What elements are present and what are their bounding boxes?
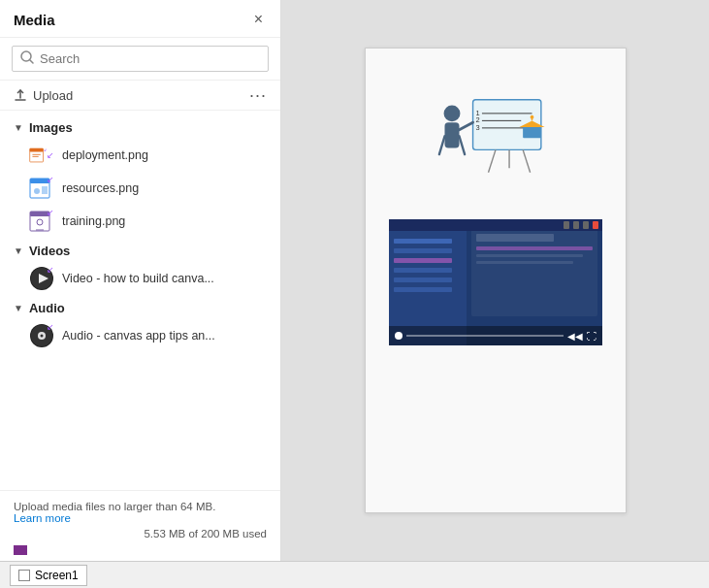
panel-header: Media ×: [0, 0, 280, 38]
footer-notice: Upload media files no larger than 64 MB.…: [14, 501, 267, 524]
section-label-images: Images: [29, 120, 73, 135]
svg-line-40: [459, 122, 472, 130]
svg-line-42: [459, 136, 465, 154]
section-label-videos: Videos: [29, 244, 70, 258]
svg-text:3: 3: [475, 123, 479, 132]
bottom-bar: Screen1: [0, 561, 709, 588]
search-input-wrap: [12, 46, 269, 72]
svg-rect-47: [394, 258, 452, 263]
storage-info: 5.53 MB of 200 MB used: [14, 528, 267, 539]
section-header-audio[interactable]: ▼ Audio: [0, 295, 280, 319]
deployment-image-icon: ↙: [29, 143, 47, 168]
chevron-icon-videos: ▼: [14, 245, 23, 256]
item-thumb-video: ↙: [29, 266, 54, 291]
chevron-icon-audio: ▼: [14, 303, 23, 313]
upload-button[interactable]: Upload: [14, 88, 73, 103]
item-thumb-deployment: ↙ ↙: [29, 143, 54, 168]
screen-tab-label: Screen1: [35, 569, 79, 582]
rewind-icon[interactable]: ◀◀: [567, 331, 583, 342]
upload-label: Upload: [33, 88, 73, 103]
svg-line-41: [438, 136, 444, 154]
canvas-area: 1 2 3: [281, 0, 709, 561]
drag-indicator: ↙: [47, 209, 54, 217]
list-item[interactable]: ↙ ↙ deployment.png: [0, 139, 280, 172]
svg-rect-58: [573, 221, 579, 229]
canvas-frame: 1 2 3: [365, 48, 627, 513]
drag-indicator: ↙: [47, 176, 54, 184]
item-thumb-training: ↙: [29, 209, 54, 234]
more-options-button[interactable]: ···: [249, 86, 267, 104]
svg-rect-60: [593, 221, 598, 229]
svg-rect-45: [394, 239, 452, 244]
section-label-audio: Audio: [29, 301, 65, 315]
svg-rect-5: [30, 148, 44, 151]
svg-rect-49: [394, 278, 452, 282]
svg-line-31: [488, 149, 496, 172]
svg-rect-50: [394, 287, 452, 292]
video-controls: ◀◀ ⛶: [389, 326, 602, 345]
svg-line-32: [523, 149, 531, 172]
screen-tab[interactable]: Screen1: [10, 565, 87, 586]
item-thumb-audio: ↙: [29, 323, 54, 348]
list-item[interactable]: ↙ training.png: [0, 205, 280, 238]
purple-bar: [14, 545, 27, 555]
list-item[interactable]: ↙ Video - how to build canva...: [0, 262, 280, 295]
drag-indicator: ↙: [47, 151, 54, 160]
item-name-audio: Audio - canvas app tips an...: [62, 329, 215, 343]
close-button[interactable]: ×: [250, 10, 267, 29]
list-item[interactable]: ↙ Audio - canvas app tips an...: [0, 319, 280, 352]
item-name-training: training.png: [62, 214, 125, 228]
svg-rect-12: [42, 186, 48, 194]
svg-rect-52: [476, 234, 554, 242]
svg-rect-54: [476, 254, 583, 257]
svg-rect-39: [444, 122, 459, 147]
upload-row: Upload ···: [0, 81, 280, 111]
search-bar: [0, 38, 280, 81]
screen-checkbox: [18, 570, 30, 581]
learn-more-link[interactable]: Learn more: [14, 512, 71, 524]
svg-rect-51: [471, 229, 597, 316]
svg-rect-53: [476, 246, 593, 250]
svg-rect-55: [476, 261, 573, 264]
section-header-videos[interactable]: ▼ Videos: [0, 238, 280, 262]
panel-title: Media: [14, 12, 55, 28]
upload-icon: [14, 88, 27, 102]
media-list: ▼ Images ↙ ↙ deployment.png: [0, 111, 280, 490]
progress-dot: [395, 332, 403, 340]
svg-rect-56: [389, 219, 602, 231]
training-illustration: 1 2 3: [418, 78, 573, 204]
svg-point-11: [34, 188, 40, 194]
svg-rect-48: [394, 268, 452, 273]
video-thumbnail: ◀◀ ⛶: [389, 219, 602, 345]
training-svg: 1 2 3: [423, 82, 568, 199]
svg-rect-57: [564, 221, 569, 229]
section-header-images[interactable]: ▼ Images: [0, 114, 280, 139]
drag-indicator: ↙: [47, 323, 54, 332]
svg-rect-34: [523, 127, 541, 138]
item-name-deployment: deployment.png: [62, 148, 148, 162]
search-input[interactable]: [40, 51, 260, 66]
media-panel: Media ×: [0, 0, 281, 561]
svg-rect-59: [583, 221, 589, 229]
item-thumb-resources: ↙: [29, 176, 54, 201]
search-icon: [20, 50, 34, 67]
panel-footer: Upload media files no larger than 64 MB.…: [0, 490, 280, 561]
svg-line-1: [30, 60, 33, 63]
progress-line: [406, 335, 564, 337]
main-container: Media ×: [0, 0, 709, 561]
list-item[interactable]: ↙ resources.png: [0, 172, 280, 205]
fullscreen-icon[interactable]: ⛶: [587, 331, 596, 342]
item-name-video: Video - how to build canva...: [62, 272, 214, 285]
svg-point-23: [41, 335, 44, 338]
svg-rect-46: [394, 248, 452, 253]
chevron-icon-images: ▼: [14, 122, 23, 133]
item-name-resources: resources.png: [62, 181, 139, 195]
svg-point-37: [530, 115, 533, 119]
drag-indicator: ↙: [47, 266, 54, 275]
svg-point-38: [443, 105, 460, 121]
